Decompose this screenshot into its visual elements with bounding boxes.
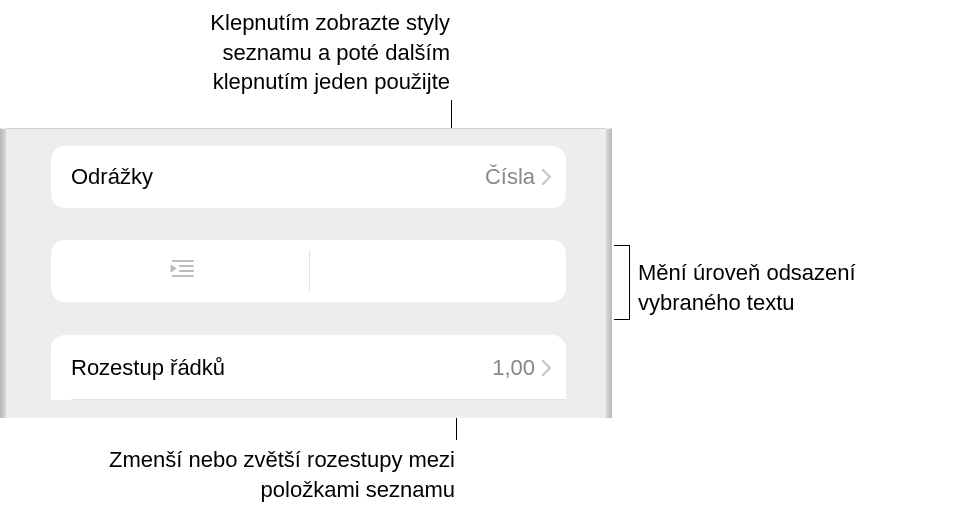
chevron-right-icon	[541, 168, 552, 186]
indent-button[interactable]	[309, 240, 567, 302]
callout-indent-level: Mění úroveň odsazení vybraného textu	[638, 258, 948, 317]
bullets-value: Čísla	[485, 164, 535, 190]
outdent-icon	[163, 256, 197, 286]
line-spacing-row[interactable]: Rozestup řádků 1,00	[51, 335, 566, 400]
leader-bracket-right	[614, 245, 630, 320]
indent-segmented-control	[51, 240, 566, 302]
bullets-label: Odrážky	[71, 164, 485, 190]
indent-row	[51, 240, 566, 302]
chevron-right-icon	[541, 359, 552, 377]
indent-icon	[420, 256, 454, 286]
bullets-row[interactable]: Odrážky Čísla	[51, 146, 566, 208]
panel-shadow-left	[0, 128, 6, 418]
outdent-button[interactable]	[51, 240, 309, 302]
panel-shadow-right	[606, 128, 612, 418]
callout-line-spacing: Zmenší nebo zvětší rozestupy mezi položk…	[75, 445, 455, 504]
line-spacing-value: 1,00	[492, 355, 535, 381]
line-spacing-label: Rozestup řádků	[71, 355, 492, 381]
callout-list-styles: Klepnutím zobrazte styly seznamu a poté …	[130, 8, 450, 97]
